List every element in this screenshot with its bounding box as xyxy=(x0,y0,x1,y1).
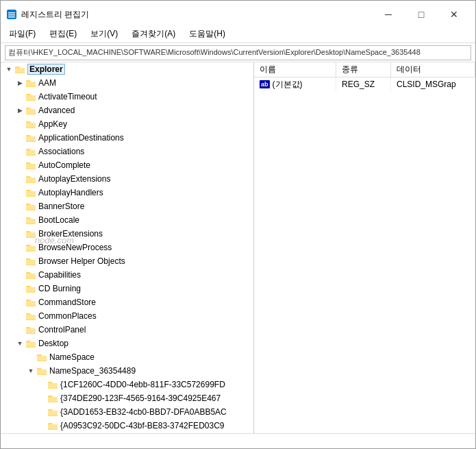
folder-icon-namespace36354489 xyxy=(36,366,47,376)
tree-label-brokerextensions: BrokerExtensions xyxy=(38,229,103,239)
tree-item-commandstore[interactable]: ▶ CommandStore xyxy=(1,295,253,309)
tree-label-controlpanel: ControlPanel xyxy=(38,325,86,335)
tree-item-cdburning[interactable]: ▶ CD Burning xyxy=(1,282,253,295)
tree-item-brokerextensions[interactable]: ▶ BrokerExtensions xyxy=(1,227,253,241)
folder-icon-advanced xyxy=(25,106,36,115)
ab-icon: ab xyxy=(260,80,270,88)
tree-label-guid4: {A0953C92-50DC-43bf-BE83-3742FED03C9 xyxy=(60,421,224,430)
folder-icon-applicationdestinations xyxy=(25,133,36,143)
tree-label-bootlocale: BootLocale xyxy=(38,215,79,225)
menu-file[interactable]: 파일(F) xyxy=(3,27,41,41)
tree-label-guid3: {3ADD1653-EB32-4cb0-BBD7-DFA0ABB5AC xyxy=(60,407,227,417)
tree-item-autoplayhandlers[interactable]: ▶ AutoplayHandlers xyxy=(1,186,253,199)
cell-data-default: CLSID_MSGrap xyxy=(391,77,475,91)
tree-item-applicationdestinations[interactable]: ▶ ApplicationDestinations xyxy=(1,131,253,145)
tree-label-commonplaces: CommonPlaces xyxy=(38,311,97,321)
column-headers: 이름 종류 데이터 xyxy=(254,62,475,77)
folder-icon-commandstore xyxy=(25,298,36,307)
folder-icon-browserhelperobjects xyxy=(25,256,36,266)
tree-label-browserhelperobjects: Browser Helper Objects xyxy=(38,256,125,266)
col-header-name: 이름 xyxy=(254,62,336,77)
folder-icon-guid1 xyxy=(47,380,58,389)
registry-editor-window: 레지스트리 편집기 ─ □ ✕ 파일(F) 편집(E) 보기(V) 즐겨찾기(A… xyxy=(0,0,476,449)
tree-item-bootlocale[interactable]: ▶ BootLocale xyxy=(1,213,253,227)
folder-icon-guid3 xyxy=(47,407,58,417)
tree-item-desktop[interactable]: ▼ Desktop xyxy=(1,337,253,350)
col-header-data: 데이터 xyxy=(391,62,475,77)
folder-icon-autoplayextensions xyxy=(25,174,36,184)
tree-label-bannerstore: BannerStore xyxy=(38,202,84,211)
right-panel: 이름 종류 데이터 ab (기본값) REG_SZ CLSID_MSGrap 확… xyxy=(254,62,475,433)
cell-name-default: ab (기본값) xyxy=(254,77,336,91)
tree-label-capabilities: Capabilities xyxy=(38,270,81,280)
tree-item-associations[interactable]: ▶ Associations xyxy=(1,145,253,158)
tree-label-activatetimeout: ActivateTimeout xyxy=(38,92,97,101)
expand-arrow-namespace36354489: ▼ xyxy=(25,365,36,376)
expand-arrow-advanced: ▶ xyxy=(14,105,25,116)
tree-item-namespace36354489[interactable]: ▼ NameSpace_36354489 xyxy=(1,364,253,378)
registry-row-default[interactable]: ab (기본값) REG_SZ CLSID_MSGrap xyxy=(254,77,475,91)
tree-item-capabilities[interactable]: ▶ Capabilities xyxy=(1,268,253,282)
tree-item-guid5[interactable]: ▶ {A8CDFF1C-4878-43be-B5FD-F8091C1C60 xyxy=(1,433,253,433)
folder-icon-autoplayhandlers xyxy=(25,188,36,197)
tree-item-explorer[interactable]: ▼ Explorer xyxy=(1,62,253,76)
tree-panel[interactable]: ▼ Explorer ▶ AAM ▶ ActivateTi xyxy=(1,62,254,433)
svg-rect-1 xyxy=(8,12,15,14)
folder-icon-namespace xyxy=(36,352,47,362)
maximize-button[interactable]: □ xyxy=(405,6,437,23)
tree-label-guid2: {374DE290-123F-4565-9164-39C4925E467 xyxy=(60,393,221,403)
tree-item-guid2[interactable]: ▶ {374DE290-123F-4565-9164-39C4925E467 xyxy=(1,391,253,405)
expand-arrow-explorer: ▼ xyxy=(3,64,14,75)
title-bar: 레지스트리 편집기 ─ □ ✕ xyxy=(1,1,475,25)
tree-item-autocomplete[interactable]: ▶ AutoComplete xyxy=(1,158,253,172)
address-path[interactable]: 컴퓨터\HKEY_LOCAL_MACHINE\SOFTWARE\Microsof… xyxy=(5,45,471,60)
tree-label-namespace: NameSpace xyxy=(49,352,95,362)
tree-item-browserhelperobjects[interactable]: ▶ Browser Helper Objects xyxy=(1,254,253,268)
folder-icon-browsenewprocess xyxy=(25,243,36,252)
svg-rect-3 xyxy=(8,16,15,18)
menu-edit[interactable]: 편집(E) xyxy=(44,27,82,41)
tree-item-guid1[interactable]: ▶ {1CF1260C-4DD0-4ebb-811F-33C572699FD xyxy=(1,378,253,391)
minimize-button[interactable]: ─ xyxy=(373,6,404,23)
folder-icon-cdburning xyxy=(25,284,36,293)
col-header-type: 종류 xyxy=(336,62,391,77)
tree-label-autoplayhandlers: AutoplayHandlers xyxy=(38,188,103,197)
menu-bar: 파일(F) 편집(E) 보기(V) 즐겨찾기(A) 도움말(H) xyxy=(1,25,475,43)
menu-help[interactable]: 도움말(H) xyxy=(184,27,231,41)
address-bar: 컴퓨터\HKEY_LOCAL_MACHINE\SOFTWARE\Microsof… xyxy=(1,43,475,62)
tree-label-autocomplete: AutoComplete xyxy=(38,160,90,170)
tree-item-aam[interactable]: ▶ AAM xyxy=(1,76,253,90)
status-bar xyxy=(1,433,475,448)
app-icon xyxy=(6,9,17,20)
menu-favorites[interactable]: 즐겨찾기(A) xyxy=(126,27,181,41)
folder-icon-activatetimeout xyxy=(25,92,36,101)
tree-label-associations: Associations xyxy=(38,147,84,156)
folder-icon-appkey xyxy=(25,119,36,129)
tree-label-desktop: Desktop xyxy=(38,339,68,348)
window-title: 레지스트리 편집기 xyxy=(21,9,373,21)
tree-label-browsenewprocess: BrowseNewProcess xyxy=(38,243,112,252)
folder-icon-desktop xyxy=(25,339,36,348)
tree-item-guid4[interactable]: ▶ {A0953C92-50DC-43bf-BE83-3742FED03C9 xyxy=(1,419,253,433)
folder-icon-controlpanel xyxy=(25,325,36,335)
tree-item-activatetimeout[interactable]: ▶ ActivateTimeout xyxy=(1,90,253,104)
tree-item-namespace[interactable]: ▶ NameSpace xyxy=(1,350,253,364)
tree-item-controlpanel[interactable]: ▶ ControlPanel xyxy=(1,323,253,337)
tree-item-guid3[interactable]: ▶ {3ADD1653-EB32-4cb0-BBD7-DFA0ABB5AC xyxy=(1,405,253,419)
tree-item-autoplayextensions[interactable]: ▶ AutoplayExtensions xyxy=(1,172,253,186)
close-button[interactable]: ✕ xyxy=(438,6,470,23)
menu-view[interactable]: 보기(V) xyxy=(85,27,123,41)
tree-item-bannerstore[interactable]: ▶ BannerStore xyxy=(1,199,253,213)
tree-item-browsenewprocess[interactable]: ▶ BrowseNewProcess node.com xyxy=(1,241,253,254)
tree-label-commandstore: CommandStore xyxy=(38,298,96,307)
tree-item-commonplaces[interactable]: ▶ CommonPlaces xyxy=(1,309,253,323)
folder-icon-guid2 xyxy=(47,393,58,403)
folder-icon-explorer xyxy=(14,64,25,74)
tree-item-advanced[interactable]: ▶ Advanced xyxy=(1,104,253,117)
tree-label-namespace36354489: NameSpace_36354489 xyxy=(49,366,136,376)
tree-item-appkey[interactable]: ▶ AppKey xyxy=(1,117,253,131)
svg-rect-2 xyxy=(8,14,15,16)
tree-label-guid1: {1CF1260C-4DD0-4ebb-811F-33C572699FD xyxy=(60,380,225,389)
folder-icon-brokerextensions xyxy=(25,229,36,239)
folder-icon-capabilities xyxy=(25,270,36,280)
